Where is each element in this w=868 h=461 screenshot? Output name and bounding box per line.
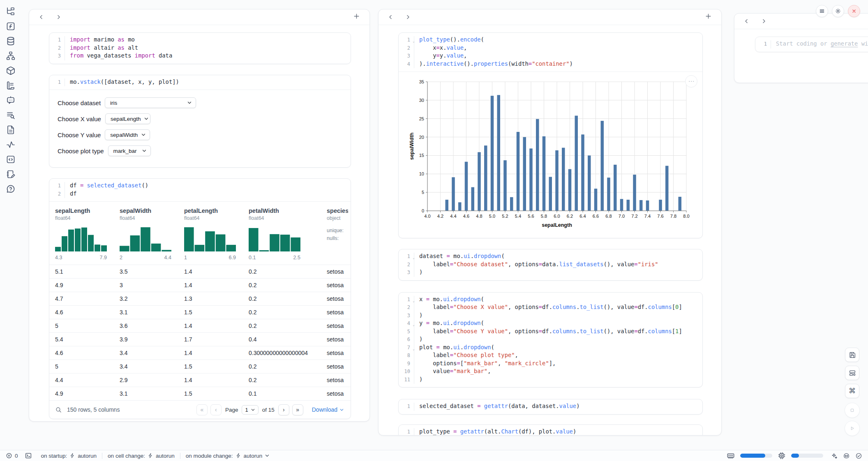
code-cell-vstack[interactable]: 1mo.vstack([dataset, x, y, plot]) Choose… xyxy=(49,75,351,168)
database-icon[interactable] xyxy=(6,36,16,46)
table-cell: 0.2 xyxy=(249,323,327,329)
cpu-icon xyxy=(778,452,786,460)
table-cell: 0.2 xyxy=(249,295,327,302)
ai-sparkles-button[interactable] xyxy=(831,452,838,459)
code-editor[interactable]: 1⌄plot_type().encode(2 x=x.value,3 y=y.v… xyxy=(399,33,702,71)
code-editor[interactable]: 1mo.vstack([dataset, x, y, plot]) xyxy=(49,75,351,90)
notebook-pen-icon[interactable] xyxy=(6,169,16,179)
code-snippet-icon[interactable] xyxy=(6,154,16,164)
prev-page-button[interactable]: ‹ xyxy=(210,404,222,415)
column-header-petalWidth[interactable]: petalWidthfloat640.12.5 xyxy=(249,207,327,265)
dropdown-choose-plot-type[interactable]: mark_bar xyxy=(108,145,151,156)
text-search-icon[interactable] xyxy=(6,110,16,120)
scroll-text-icon[interactable] xyxy=(6,81,16,90)
first-page-button[interactable]: « xyxy=(196,404,208,415)
on-startup-label: on startup: xyxy=(41,453,67,459)
connection-status-button[interactable] xyxy=(855,452,862,459)
code-editor[interactable]: 1df = selected_dataset()2df xyxy=(49,179,351,201)
last-page-button[interactable]: » xyxy=(292,404,303,415)
empty-code-cell[interactable]: 1Start coding or generate with xyxy=(755,37,868,52)
menu-button[interactable] xyxy=(816,5,828,17)
table-row[interactable]: 53.41.50.2setosa xyxy=(49,360,351,373)
package-icon[interactable] xyxy=(6,66,16,76)
collapse-left-button[interactable] xyxy=(742,17,751,26)
code-cell-dataset[interactable]: 1⌄dataset = mo.ui.dropdown(2 label="Choo… xyxy=(398,249,703,281)
help-bubble-icon[interactable] xyxy=(6,184,16,194)
table-cell: 5 xyxy=(55,363,120,370)
table-cell: setosa xyxy=(327,350,348,356)
chart-menu-button[interactable]: ⋯ xyxy=(685,75,697,88)
code-editor[interactable]: 1import marimo as mo2import altair as al… xyxy=(49,33,351,64)
code-editor[interactable]: 1selected_dataset = getattr(data, datase… xyxy=(399,399,702,414)
dropdown-value: iris xyxy=(110,100,117,106)
notebook-column-middle: 1⌄plot_type().encode(2 x=x.value,3 y=y.v… xyxy=(378,9,722,436)
file-tree-icon[interactable] xyxy=(6,7,16,16)
table-row[interactable]: 4.73.21.30.2setosa xyxy=(49,292,351,305)
on-startup-setting[interactable]: on startup: autorun xyxy=(41,453,97,459)
resource-cluster xyxy=(727,452,862,460)
copilot-button[interactable] xyxy=(843,452,850,459)
close-button[interactable] xyxy=(848,5,860,17)
on-module-change-setting[interactable]: on module change: autorun xyxy=(186,453,270,459)
table-row[interactable]: 5.43.91.70.4setosa xyxy=(49,332,351,346)
file-text-icon[interactable] xyxy=(6,125,16,135)
table-row[interactable]: 4.931.40.2setosa xyxy=(49,278,351,292)
settings-button[interactable] xyxy=(832,5,844,17)
layout-button[interactable] xyxy=(845,366,859,380)
code-cell-plot-type[interactable]: 1plot_type = getattr(alt.Chart(df), plot… xyxy=(398,424,703,436)
collapse-left-button[interactable] xyxy=(386,13,395,22)
next-page-button[interactable]: › xyxy=(278,404,289,415)
table-row[interactable]: 4.42.91.40.2setosa xyxy=(49,373,351,387)
table-row[interactable]: 4.93.11.50.1setosa xyxy=(49,387,351,400)
column-header-sepalLength[interactable]: sepalLengthfloat644.37.9 xyxy=(55,207,120,265)
add-cell-button[interactable] xyxy=(705,13,714,22)
terminal-button[interactable] xyxy=(25,452,32,459)
table-cell: setosa xyxy=(327,323,348,329)
table-row[interactable]: 5.13.51.40.2setosa xyxy=(49,265,351,278)
search-icon[interactable] xyxy=(55,406,62,413)
expand-right-button[interactable] xyxy=(54,13,63,22)
dropdown-choose-x-value[interactable]: sepalLength xyxy=(105,113,150,124)
expand-right-button[interactable] xyxy=(403,13,412,22)
run-button[interactable] xyxy=(845,421,860,436)
chevron-down-icon xyxy=(144,116,149,121)
function-square-icon[interactable] xyxy=(6,21,16,31)
code-cell-imports[interactable]: 1import marimo as mo2import altair as al… xyxy=(49,32,351,64)
svg-text:6.8: 6.8 xyxy=(605,214,612,219)
errors-indicator[interactable]: 0 xyxy=(6,452,18,459)
download-button[interactable]: Download xyxy=(312,406,344,413)
page-select[interactable]: 1 xyxy=(242,405,258,415)
code-editor[interactable]: 1Start coding or generate with xyxy=(760,40,868,48)
code-cell-plot[interactable]: 1⌄plot_type().encode(2 x=x.value,3 y=y.v… xyxy=(398,32,703,238)
workflow-icon[interactable] xyxy=(6,51,16,61)
add-cell-button[interactable] xyxy=(353,13,362,22)
code-cell-xyplot[interactable]: 1⌄x = mo.ui.dropdown(2 label="Choose X v… xyxy=(398,292,703,388)
collapse-left-button[interactable] xyxy=(37,13,46,22)
code-cell-selected-dataset[interactable]: 1selected_dataset = getattr(data, datase… xyxy=(398,399,703,415)
column-header-sepalWidth[interactable]: sepalWidthfloat6424.4 xyxy=(120,207,184,265)
activity-icon[interactable] xyxy=(6,140,16,150)
dropdown-choose-y-value[interactable]: sepalWidth xyxy=(105,129,150,140)
table-row[interactable]: 4.63.11.50.2setosa xyxy=(49,305,351,319)
save-button[interactable] xyxy=(845,348,859,362)
code-editor[interactable]: 1⌄dataset = mo.ui.dropdown(2 label="Choo… xyxy=(399,249,702,280)
bot-chat-icon[interactable] xyxy=(6,95,16,105)
dropdown-choose-dataset[interactable]: iris xyxy=(105,97,196,108)
code-editor[interactable]: 1plot_type = getattr(alt.Chart(df), plot… xyxy=(399,425,702,436)
bar-chart[interactable]: 4.04.24.44.64.85.05.25.45.65.86.06.26.46… xyxy=(409,77,695,231)
circle-x-icon xyxy=(6,452,12,459)
column-histogram xyxy=(120,226,171,251)
code-editor[interactable]: 1⌄x = mo.ui.dropdown(2 label="Choose X v… xyxy=(399,293,702,387)
table-row[interactable]: 53.61.40.2setosa xyxy=(49,319,351,332)
keyboard-shortcuts-button[interactable]: ⌘ xyxy=(845,384,859,398)
table-cell: 3.2 xyxy=(120,295,184,302)
code-cell-df[interactable]: 1df = selected_dataset()2df sepalLengthf… xyxy=(49,178,351,419)
stop-button[interactable] xyxy=(845,403,860,418)
column-header-species[interactable]: speciesobjectunique:nulls: xyxy=(327,207,348,265)
expand-right-button[interactable] xyxy=(759,17,768,26)
svg-text:4.8: 4.8 xyxy=(476,214,482,219)
on-cell-change-setting[interactable]: on cell change: autorun xyxy=(108,453,175,459)
column-header-petalLength[interactable]: petalLengthfloat6416.9 xyxy=(184,207,249,265)
table-row[interactable]: 4.63.41.40.30000000000000004setosa xyxy=(49,346,351,360)
dropdown-label: Choose X value xyxy=(58,115,101,122)
